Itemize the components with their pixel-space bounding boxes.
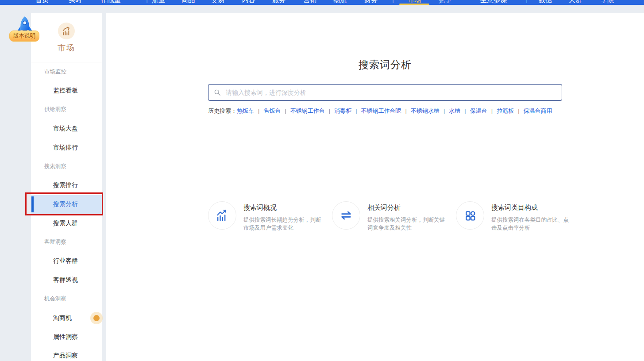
topnav-item[interactable]: 竞争: [438, 0, 451, 4]
sidebar-menu: 市场监控 监控看板 供给洞察 市场大盘 市场排行 搜索洞察 搜索排行 搜索分析 …: [31, 62, 102, 361]
sidebar-item-audience-insight[interactable]: 客群透视: [31, 271, 102, 290]
sidebar-section-market-monitor: 市场监控: [31, 62, 102, 81]
sidebar-section-search: 搜索洞察: [31, 157, 102, 176]
feature-desc: 提供搜索词长期趋势分析，判断市场及用户需求变化: [243, 216, 322, 232]
search-history: 历史搜索： 热饭车 售饭台 不锈钢工作台 消毒柜 不锈钢工作台呢 不锈钢水槽 水…: [208, 107, 562, 115]
history-term[interactable]: 消毒柜: [325, 107, 351, 115]
version-notes-badge[interactable]: 版本说明: [9, 31, 39, 42]
trend-chart-icon: [208, 201, 236, 230]
feature-title: 搜索词概况: [243, 204, 322, 212]
sidebar-item-product-insight[interactable]: 产品洞察: [31, 346, 102, 361]
sidebar-item-industry-audience[interactable]: 行业客群: [31, 252, 102, 271]
market-chart-icon: [58, 23, 75, 39]
sidebar-item-market-overview[interactable]: 市场大盘: [31, 119, 102, 138]
topnav-item[interactable]: 物流: [333, 0, 347, 4]
sidebar-section-audience: 客群洞察: [31, 233, 102, 252]
feature-title: 搜索词类目构成: [491, 204, 570, 212]
swap-arrows-icon: [332, 201, 360, 230]
topnav-item[interactable]: 学院: [601, 0, 614, 4]
history-term[interactable]: 不锈钢水槽: [401, 107, 440, 115]
history-label: 历史搜索：: [208, 107, 237, 115]
sidebar-item-search-audience[interactable]: 搜索人群: [31, 214, 102, 233]
topnav-item[interactable]: 营销: [303, 0, 316, 4]
sidebar-section-supply: 供给洞察: [31, 100, 102, 119]
history-term[interactable]: 热饭车: [237, 107, 254, 115]
topnav-item[interactable]: 流量: [152, 0, 165, 4]
topnav-divider: [526, 0, 528, 3]
sidebar-header: 市场: [31, 13, 102, 62]
topnav-item[interactable]: 服务: [272, 0, 285, 4]
sidebar-item-market-ranking[interactable]: 市场排行: [31, 138, 102, 157]
feature-card-related-words[interactable]: 相关词分析 提供搜索相关词分析，判断关键词竞争度及相关性: [332, 201, 447, 232]
history-term[interactable]: 水槽: [440, 107, 460, 115]
feature-cards: 搜索词概况 提供搜索词长期趋势分析，判断市场及用户需求变化 相关词分析 提供搜索…: [208, 201, 571, 232]
topnav-item[interactable]: 财务: [364, 0, 378, 4]
topnav-item[interactable]: 首页: [35, 0, 49, 4]
search-box[interactable]: [208, 84, 562, 101]
search-input[interactable]: [225, 88, 556, 96]
new-feature-dot: [93, 315, 100, 321]
topnav-item[interactable]: 实时: [69, 0, 82, 4]
sidebar: 市场 市场监控 监控看板 供给洞察 市场大盘 市场排行 搜索洞察 搜索排行 搜索…: [31, 13, 102, 361]
topnav-active-underline: [399, 4, 429, 5]
topnav-divider: [146, 0, 148, 3]
sidebar-item-search-ranking[interactable]: 搜索排行: [31, 176, 102, 195]
sidebar-item-attribute-insight[interactable]: 属性洞察: [31, 327, 102, 346]
sidebar-item-label: 淘商机: [53, 314, 72, 322]
feature-title: 相关词分析: [367, 204, 446, 212]
sidebar-item-tao-opportunity[interactable]: 淘商机: [31, 308, 102, 327]
page-title: 搜索词分析: [208, 58, 562, 72]
sidebar-title: 市场: [31, 42, 102, 53]
sidebar-item-search-analysis[interactable]: 搜索分析: [31, 195, 102, 214]
sidebar-section-opportunity: 机会洞察: [31, 290, 102, 309]
history-term[interactable]: 不锈钢工作台呢: [351, 107, 401, 115]
grid-icon: [456, 201, 484, 230]
history-term[interactable]: 售饭台: [254, 107, 281, 115]
main-panel: 搜索词分析 历史搜索： 热饭车 售饭台 不锈钢工作台 消毒柜 不锈钢工作台呢 不…: [106, 13, 644, 361]
feature-card-keyword-overview[interactable]: 搜索词概况 提供搜索词长期趋势分析，判断市场及用户需求变化: [208, 201, 323, 232]
topnav-item[interactable]: 内容: [242, 0, 255, 4]
feature-desc: 提供搜索词在各类目的占比、点击及点击率分析: [491, 216, 570, 232]
topnav-item[interactable]: 数据: [539, 0, 552, 4]
search-icon: [214, 89, 221, 96]
sidebar-item-monitor-board[interactable]: 监控看板: [31, 81, 102, 100]
topnav-item[interactable]: 商品: [181, 0, 195, 4]
top-navbar: 首页 实时 作战室 流量 商品 交易 内容 服务 营销 物流 财务 市场 竞争 …: [0, 0, 644, 5]
topnav-item[interactable]: 交易: [211, 0, 224, 4]
topnav-item[interactable]: 作战室: [101, 0, 121, 4]
history-term[interactable]: 保温台: [460, 107, 487, 115]
feature-card-category-composition[interactable]: 搜索词类目构成 提供搜索词在各类目的占比、点击及点击率分析: [456, 201, 571, 232]
history-term[interactable]: 不锈钢工作台: [281, 107, 324, 115]
topnav-divider: [392, 0, 394, 3]
topnav-item[interactable]: 生意参谋: [480, 0, 507, 4]
history-term[interactable]: 拉筋板: [487, 107, 514, 115]
topnav-item[interactable]: 人群: [569, 0, 582, 4]
feature-desc: 提供搜索相关词分析，判断关键词竞争度及相关性: [367, 216, 446, 232]
history-term[interactable]: 保温台商用: [514, 107, 552, 115]
